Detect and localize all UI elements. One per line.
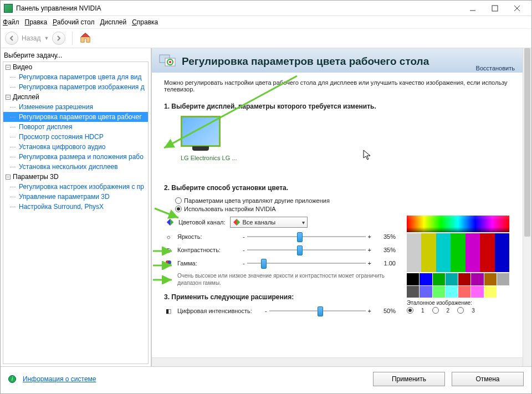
tree-item[interactable]: Регулировка параметров цвета для вид: [3, 72, 148, 82]
gamma-slider[interactable]: [247, 263, 366, 264]
system-info-link[interactable]: Информация о системе: [23, 375, 96, 383]
gamma-note: Очень высокое или низкое значение яркост…: [177, 272, 396, 286]
channel-select[interactable]: Все каналы: [230, 217, 308, 228]
tree-cat-display[interactable]: −Дисплей: [3, 92, 148, 102]
color-swatches: [407, 273, 509, 298]
color-preview: Эталонное изображение: 1 2 3: [407, 216, 509, 320]
minimize-button[interactable]: [462, 1, 484, 16]
ref-radio-3[interactable]: [457, 307, 464, 314]
toolbar: Назад ▼: [1, 28, 531, 48]
task-tree[interactable]: −Видео Регулировка параметров цвета для …: [3, 62, 149, 364]
menu-help[interactable]: Справка: [132, 18, 158, 26]
radio-other-apps[interactable]: Параметрами цвета управляют другие прило…: [175, 197, 509, 204]
page-icon: [158, 53, 176, 70]
tree-item[interactable]: Поворот дисплея: [3, 122, 148, 132]
digital-intensity-label: Цифровая интенсивность:: [177, 308, 260, 314]
page-description: Можно регулировать настройки цвета рабоч…: [164, 79, 509, 93]
channel-icon: [166, 218, 174, 226]
monitor-icon: [181, 116, 221, 147]
tree-cat-3d[interactable]: −Параметры 3D: [3, 172, 148, 182]
gamma-icon: [164, 259, 173, 268]
tree-item[interactable]: Просмотр состояния HDCP: [3, 132, 148, 142]
system-info-icon: i: [8, 375, 16, 383]
back-button[interactable]: [5, 32, 18, 45]
sidebar-title: Выберите задачу...: [3, 50, 149, 62]
reference-image-label: Эталонное изображение:: [407, 300, 509, 306]
step1-title: 1. Выберите дисплей, параметры которого …: [164, 103, 509, 110]
gamma-value: 1.00: [376, 260, 396, 267]
page-header: Регулировка параметров цвета рабочего ст…: [152, 48, 531, 73]
menu-display[interactable]: Дисплей: [100, 18, 126, 26]
menu-desktop[interactable]: Рабочий стол: [53, 18, 94, 26]
svg-point-7: [169, 61, 171, 63]
home-button[interactable]: [79, 32, 91, 45]
menu-bar: Файл Правка Рабочий стол Дисплей Справка: [1, 16, 531, 28]
digital-intensity-slider[interactable]: [269, 310, 366, 311]
smpte-bars: [407, 233, 509, 272]
tree-item[interactable]: Установка цифрового аудио: [3, 142, 148, 152]
restore-link[interactable]: Восстановить: [476, 65, 515, 71]
sidebar: Выберите задачу... −Видео Регулировка па…: [1, 48, 151, 366]
maximize-button[interactable]: [484, 1, 506, 16]
display-thumbnail[interactable]: LG Electronics LG ...: [181, 116, 237, 161]
channel-label: Цветовой канал:: [178, 219, 226, 226]
contrast-value: 35%: [376, 247, 396, 253]
nvidia-app-icon: [4, 4, 13, 13]
brightness-slider[interactable]: [247, 236, 366, 237]
tree-item[interactable]: Регулировка параметров изображения д: [3, 82, 148, 92]
content-area: Регулировка параметров цвета рабочего ст…: [151, 48, 531, 366]
cancel-button[interactable]: Отмена: [452, 372, 524, 386]
tree-item[interactable]: Регулировка настроек изображения с пр: [3, 182, 148, 192]
monitor-label: LG Electronics LG ...: [181, 155, 237, 161]
hue-gradient: [407, 216, 509, 232]
svg-point-10: [168, 260, 171, 264]
step3-title: 3. Применить следующие расширения:: [164, 293, 396, 301]
content-scrollbar-horizontal[interactable]: [152, 357, 523, 366]
tree-item[interactable]: Установка нескольких дисплеев: [3, 162, 148, 172]
digital-intensity-value: 50%: [376, 308, 396, 314]
ref-radio-2[interactable]: [432, 307, 439, 314]
tree-item[interactable]: Управление параметрами 3D: [3, 192, 148, 202]
footer: i Информация о системе Применить Отмена: [1, 366, 531, 391]
contrast-slider[interactable]: [247, 249, 366, 250]
digital-intensity-icon: ◧: [164, 306, 173, 315]
apply-button[interactable]: Применить: [373, 372, 445, 386]
close-button[interactable]: [506, 1, 528, 16]
ref-radio-1[interactable]: [407, 307, 413, 314]
window-title: Панель управления NVIDIA: [16, 4, 462, 12]
title-bar: Панель управления NVIDIA: [1, 1, 531, 16]
tree-item[interactable]: Настройка Surround, PhysX: [3, 202, 148, 212]
menu-file[interactable]: Файл: [3, 18, 19, 26]
brightness-label: Яркость:: [177, 233, 238, 240]
brightness-value: 35%: [376, 233, 396, 240]
radio-use-nvidia[interactable]: Использовать настройки NVIDIA: [175, 206, 509, 212]
contrast-label: Контрастность:: [177, 247, 238, 253]
tree-item[interactable]: Регулировка размера и положения рабо: [3, 152, 148, 162]
brightness-icon: ☼: [164, 232, 173, 241]
forward-button[interactable]: [52, 32, 65, 45]
back-label: Назад: [22, 34, 40, 42]
contrast-icon: ◐: [164, 245, 173, 254]
tree-item-selected[interactable]: Регулировка параметров цвета рабочег: [3, 112, 148, 122]
tree-cat-video[interactable]: −Видео: [3, 62, 148, 72]
gamma-label: Гамма:: [177, 260, 238, 267]
svg-rect-1: [492, 6, 498, 11]
step2-title: 2. Выберите способ установки цвета.: [164, 184, 509, 192]
menu-edit[interactable]: Правка: [25, 18, 48, 26]
content-scrollbar-vertical[interactable]: [523, 48, 531, 366]
tree-item[interactable]: Изменение разрешения: [3, 102, 148, 112]
page-title: Регулировка параметров цвета рабочего ст…: [182, 55, 429, 68]
